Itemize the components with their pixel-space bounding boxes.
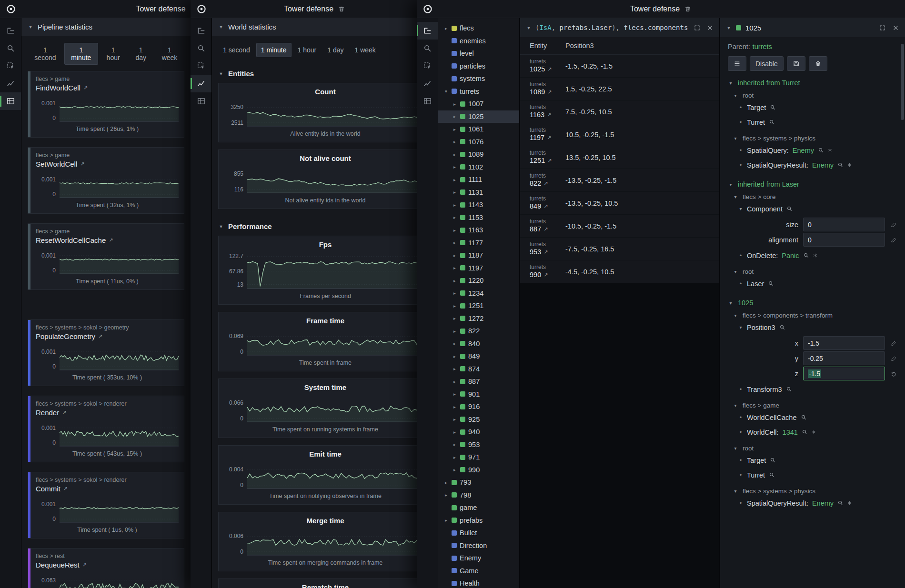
time-range-1-minute[interactable]: 1 minute	[64, 43, 98, 65]
entity-link[interactable]: 1163↗	[530, 111, 565, 119]
component-group-header[interactable]: ▾flecs > systems > physics	[728, 135, 897, 142]
query-result-row[interactable]: turrets990↗-4.5, -0.25, 10.5	[520, 260, 719, 283]
search-icon[interactable]	[786, 206, 793, 212]
field-input-x[interactable]: -1.5	[803, 336, 885, 350]
tree-item-940[interactable]: ▸940	[438, 426, 519, 439]
tree-item-793[interactable]: ▸793	[438, 476, 519, 489]
revert-icon[interactable]	[890, 370, 897, 377]
component-row[interactable]: •SpatialQueryResult:Enemy	[728, 158, 897, 172]
tree-item-990[interactable]: ▸990	[438, 464, 519, 477]
sidebar-chart-button[interactable]	[417, 75, 438, 92]
inspector-scrollbar[interactable]	[901, 39, 904, 586]
time-range-1-week[interactable]: 1 week	[155, 43, 184, 65]
expand-icon[interactable]: ▸	[452, 240, 457, 245]
stat-name-link[interactable]: SetWorldCell↗	[36, 160, 179, 168]
chevron-down-icon[interactable]: ▾	[733, 194, 738, 199]
search-icon[interactable]	[786, 386, 792, 392]
sidebar-search-button[interactable]	[0, 40, 21, 57]
close-icon[interactable]	[706, 24, 714, 31]
component-row[interactable]: •Laser	[728, 276, 897, 291]
close-icon[interactable]	[892, 24, 899, 31]
tree-item-1025[interactable]: ▸1025	[438, 110, 519, 123]
entity-cell[interactable]: turrets1025↗	[520, 59, 565, 73]
sidebar-search-button[interactable]	[191, 40, 211, 57]
entity-link[interactable]: 953↗	[530, 248, 565, 256]
parent-link[interactable]: turrets	[753, 43, 772, 50]
expand-icon[interactable]: ▸	[452, 429, 457, 435]
component-group-header[interactable]: ▾root	[728, 445, 897, 452]
tree-item-game[interactable]: game	[438, 501, 519, 514]
tree-item-822[interactable]: ▸822	[438, 325, 519, 338]
panel-header[interactable]: ▾ World statistics	[212, 18, 439, 36]
entity-link[interactable]: 990↗	[530, 271, 565, 279]
expand-icon[interactable]	[879, 24, 886, 31]
chevron-down-icon[interactable]: ▾	[218, 224, 224, 229]
tree-item-1076[interactable]: ▸1076	[438, 136, 519, 149]
expand-icon[interactable]: ▸	[452, 290, 457, 296]
query-result-row[interactable]: turrets887↗-10.5, -0.25, -1.5	[520, 215, 719, 238]
query-result-row[interactable]: turrets953↗-7.5, -0.25, 16.5	[520, 238, 719, 260]
sidebar-inspect-button[interactable]	[417, 57, 438, 75]
tree-item-1007[interactable]: ▸1007	[438, 98, 519, 110]
search-icon[interactable]	[769, 119, 775, 125]
expand-icon[interactable]: ▸	[452, 303, 457, 309]
section-header-performance[interactable]: ▾Performance	[212, 216, 439, 236]
chevron-down-icon[interactable]: ▾	[218, 71, 224, 76]
expand-icon[interactable]	[694, 24, 701, 31]
tree-item-916[interactable]: ▸916	[438, 400, 519, 413]
component-row[interactable]: •Target	[728, 453, 897, 468]
component-row[interactable]: •WorldCell:1341	[728, 425, 897, 439]
sidebar-search-button[interactable]	[417, 40, 438, 57]
tree-item-Enemy[interactable]: Enemy	[438, 552, 519, 565]
sidebar-chart-button[interactable]	[191, 75, 211, 92]
sidebar-table-button[interactable]	[0, 92, 21, 110]
expand-icon[interactable]: ▸	[452, 417, 457, 422]
time-range-1-week[interactable]: 1 week	[350, 43, 380, 57]
chevron-down-icon[interactable]: ▾	[733, 446, 738, 451]
search-icon[interactable]	[769, 472, 775, 478]
tree-item-798[interactable]: ▸798	[438, 489, 519, 502]
tree-item-1131[interactable]: ▸1131	[438, 186, 519, 199]
field-input-z[interactable]: -1.5	[803, 367, 885, 380]
tree-item-1272[interactable]: ▸1272	[438, 312, 519, 325]
tree-item-Bullet[interactable]: Bullet	[438, 527, 519, 539]
section-header-entities[interactable]: ▾Entities	[212, 63, 439, 83]
component-group-header[interactable]: ▾flecs > core	[728, 193, 897, 200]
search-icon[interactable]	[770, 457, 776, 463]
expand-icon[interactable]: ▸	[443, 492, 449, 498]
stat-name-link[interactable]: DequeueRest↗	[36, 561, 179, 569]
chevron-down-icon[interactable]: ▾	[218, 24, 224, 30]
tree-item-Game[interactable]: Game	[438, 565, 519, 578]
component-row[interactable]: •Turret	[728, 468, 897, 482]
query-result-row[interactable]: turrets822↗-13.5, -0.25, -1.5	[520, 169, 719, 192]
tree-item-953[interactable]: ▸953	[438, 439, 519, 451]
query-result-row[interactable]: turrets1089↗1.5, -0.25, 22.5	[520, 78, 719, 100]
stat-name-link[interactable]: ResetWorldCellCache↗	[36, 236, 179, 244]
entity-cell[interactable]: turrets822↗	[520, 173, 565, 188]
tree-item-874[interactable]: ▸874	[438, 363, 519, 376]
tree-item-1251[interactable]: ▸1251	[438, 299, 519, 312]
tree-item-1061[interactable]: ▸1061	[438, 123, 519, 136]
field-input-y[interactable]: -0.25	[803, 351, 885, 365]
expand-icon[interactable]: ▸	[452, 152, 457, 157]
entity-link[interactable]: 1197↗	[530, 134, 565, 142]
entity-link[interactable]: 849↗	[530, 202, 565, 210]
query-result-row[interactable]: turrets1251↗13.5, -0.25, 10.5	[520, 146, 719, 169]
inspector-section-header[interactable]: ▾inherited from Laser	[728, 180, 897, 188]
tree-item-971[interactable]: ▸971	[438, 451, 519, 464]
entity-link[interactable]: 1089↗	[530, 88, 565, 96]
search-icon[interactable]	[837, 500, 844, 506]
tree-item-1089[interactable]: ▸1089	[438, 148, 519, 161]
query-result-row[interactable]: turrets849↗-13.5, -0.25, 10.5	[520, 192, 719, 215]
chevron-down-icon[interactable]: ▾	[733, 93, 738, 98]
entity-cell[interactable]: turrets1163↗	[520, 104, 565, 119]
tree-item-1163[interactable]: ▸1163	[438, 224, 519, 237]
expand-icon[interactable]: ▸	[452, 228, 457, 233]
field-input-size[interactable]: 0	[803, 218, 885, 231]
edit-icon[interactable]	[890, 237, 897, 243]
expand-icon[interactable]: ▸	[452, 341, 457, 346]
tree-item-Health[interactable]: Health	[438, 577, 519, 588]
time-range-1-day[interactable]: 1 day	[322, 43, 348, 57]
chevron-down-icon[interactable]: ▾	[733, 136, 738, 141]
stat-name-link[interactable]: PopulateGeometry↗	[36, 332, 179, 340]
